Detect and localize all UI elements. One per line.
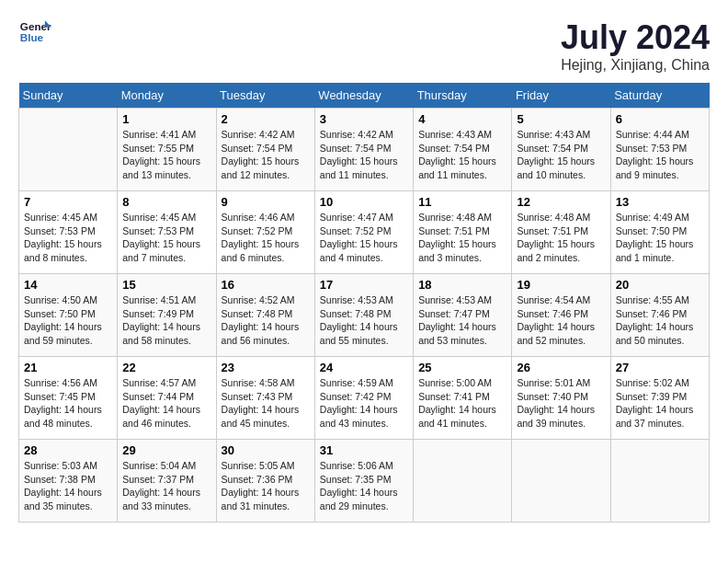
calendar-cell: 29Sunrise: 5:04 AMSunset: 7:37 PMDayligh… <box>118 440 216 523</box>
day-number: 28 <box>24 443 112 457</box>
day-info: Sunrise: 4:48 AMSunset: 7:51 PMDaylight:… <box>418 211 506 265</box>
calendar-cell: 19Sunrise: 4:54 AMSunset: 7:46 PMDayligh… <box>512 274 610 357</box>
day-number: 7 <box>24 195 112 209</box>
day-info: Sunrise: 5:01 AMSunset: 7:40 PMDaylight:… <box>517 376 605 431</box>
week-row-1: 1Sunrise: 4:41 AMSunset: 7:55 PMDaylight… <box>19 109 710 191</box>
day-info: Sunrise: 4:43 AMSunset: 7:54 PMDaylight:… <box>418 128 506 182</box>
calendar-cell: 11Sunrise: 4:48 AMSunset: 7:51 PMDayligh… <box>414 191 512 274</box>
day-info: Sunrise: 4:48 AMSunset: 7:51 PMDaylight:… <box>517 211 605 265</box>
calendar-cell: 8Sunrise: 4:45 AMSunset: 7:53 PMDaylight… <box>118 191 216 274</box>
calendar-cell <box>414 440 512 523</box>
day-info: Sunrise: 4:59 AMSunset: 7:42 PMDaylight:… <box>320 376 408 431</box>
day-number: 27 <box>616 361 704 374</box>
day-info: Sunrise: 4:42 AMSunset: 7:54 PMDaylight:… <box>320 128 408 182</box>
day-number: 9 <box>222 195 310 209</box>
day-number: 24 <box>320 361 408 374</box>
day-info: Sunrise: 5:00 AMSunset: 7:41 PMDaylight:… <box>418 376 506 431</box>
calendar-cell: 7Sunrise: 4:45 AMSunset: 7:53 PMDaylight… <box>19 191 118 274</box>
calendar-cell <box>19 109 118 191</box>
calendar-cell: 2Sunrise: 4:42 AMSunset: 7:54 PMDaylight… <box>216 109 314 191</box>
day-number: 17 <box>320 278 408 292</box>
location: Hejing, Xinjiang, China <box>561 57 710 74</box>
day-header-wednesday: Wednesday <box>314 83 413 109</box>
calendar-cell: 16Sunrise: 4:52 AMSunset: 7:48 PMDayligh… <box>216 274 314 357</box>
day-info: Sunrise: 5:05 AMSunset: 7:36 PMDaylight:… <box>222 459 310 513</box>
calendar-cell: 31Sunrise: 5:06 AMSunset: 7:35 PMDayligh… <box>314 440 413 523</box>
day-info: Sunrise: 4:53 AMSunset: 7:48 PMDaylight:… <box>320 293 408 348</box>
day-number: 13 <box>616 195 704 209</box>
day-info: Sunrise: 4:46 AMSunset: 7:52 PMDaylight:… <box>222 211 310 265</box>
day-number: 2 <box>222 112 310 126</box>
day-info: Sunrise: 4:49 AMSunset: 7:50 PMDaylight:… <box>616 211 704 265</box>
calendar-cell: 18Sunrise: 4:53 AMSunset: 7:47 PMDayligh… <box>414 274 512 357</box>
calendar-cell: 27Sunrise: 5:02 AMSunset: 7:39 PMDayligh… <box>610 357 709 440</box>
day-info: Sunrise: 4:41 AMSunset: 7:55 PMDaylight:… <box>122 128 210 182</box>
day-number: 14 <box>24 278 112 292</box>
day-number: 21 <box>24 361 112 374</box>
calendar-cell: 4Sunrise: 4:43 AMSunset: 7:54 PMDaylight… <box>414 109 512 191</box>
calendar-cell: 12Sunrise: 4:48 AMSunset: 7:51 PMDayligh… <box>512 191 610 274</box>
day-number: 8 <box>122 195 210 209</box>
month-year: July 2024 <box>561 18 710 57</box>
calendar-cell: 26Sunrise: 5:01 AMSunset: 7:40 PMDayligh… <box>512 357 610 440</box>
calendar-table: SundayMondayTuesdayWednesdayThursdayFrid… <box>18 83 710 523</box>
day-number: 30 <box>222 443 310 457</box>
day-number: 15 <box>122 278 210 292</box>
day-info: Sunrise: 4:42 AMSunset: 7:54 PMDaylight:… <box>222 128 310 182</box>
calendar-cell: 23Sunrise: 4:58 AMSunset: 7:43 PMDayligh… <box>216 357 314 440</box>
calendar-cell: 20Sunrise: 4:55 AMSunset: 7:46 PMDayligh… <box>610 274 709 357</box>
day-number: 26 <box>517 361 605 374</box>
day-header-monday: Monday <box>118 83 216 109</box>
week-row-3: 14Sunrise: 4:50 AMSunset: 7:50 PMDayligh… <box>19 274 710 357</box>
calendar-cell: 3Sunrise: 4:42 AMSunset: 7:54 PMDaylight… <box>314 109 413 191</box>
week-row-2: 7Sunrise: 4:45 AMSunset: 7:53 PMDaylight… <box>19 191 710 274</box>
day-header-saturday: Saturday <box>610 83 709 109</box>
day-info: Sunrise: 4:58 AMSunset: 7:43 PMDaylight:… <box>222 376 310 431</box>
day-info: Sunrise: 4:53 AMSunset: 7:47 PMDaylight:… <box>418 293 506 348</box>
calendar-cell: 17Sunrise: 4:53 AMSunset: 7:48 PMDayligh… <box>314 274 413 357</box>
day-number: 1 <box>122 112 210 126</box>
day-info: Sunrise: 4:57 AMSunset: 7:44 PMDaylight:… <box>122 376 210 431</box>
day-info: Sunrise: 4:47 AMSunset: 7:52 PMDaylight:… <box>320 211 408 265</box>
day-number: 6 <box>616 112 704 126</box>
calendar-cell: 30Sunrise: 5:05 AMSunset: 7:36 PMDayligh… <box>216 440 314 523</box>
calendar-cell: 15Sunrise: 4:51 AMSunset: 7:49 PMDayligh… <box>118 274 216 357</box>
day-header-tuesday: Tuesday <box>216 83 314 109</box>
calendar-cell: 5Sunrise: 4:43 AMSunset: 7:54 PMDaylight… <box>512 109 610 191</box>
day-number: 18 <box>418 278 506 292</box>
day-info: Sunrise: 5:04 AMSunset: 7:37 PMDaylight:… <box>122 459 210 513</box>
day-number: 5 <box>517 112 605 126</box>
day-number: 11 <box>418 195 506 209</box>
day-info: Sunrise: 4:51 AMSunset: 7:49 PMDaylight:… <box>122 293 210 348</box>
logo: General Blue <box>18 18 51 44</box>
calendar-cell: 10Sunrise: 4:47 AMSunset: 7:52 PMDayligh… <box>314 191 413 274</box>
week-row-5: 28Sunrise: 5:03 AMSunset: 7:38 PMDayligh… <box>19 440 710 523</box>
day-number: 20 <box>616 278 704 292</box>
day-number: 12 <box>517 195 605 209</box>
day-number: 23 <box>222 361 310 374</box>
day-info: Sunrise: 4:50 AMSunset: 7:50 PMDaylight:… <box>24 293 112 348</box>
calendar-body: 1Sunrise: 4:41 AMSunset: 7:55 PMDaylight… <box>19 109 710 523</box>
day-info: Sunrise: 4:54 AMSunset: 7:46 PMDaylight:… <box>517 293 605 348</box>
calendar-cell: 1Sunrise: 4:41 AMSunset: 7:55 PMDaylight… <box>118 109 216 191</box>
day-number: 29 <box>122 443 210 457</box>
day-number: 10 <box>320 195 408 209</box>
day-header-friday: Friday <box>512 83 610 109</box>
day-number: 25 <box>418 361 506 374</box>
calendar-cell: 28Sunrise: 5:03 AMSunset: 7:38 PMDayligh… <box>19 440 118 523</box>
day-info: Sunrise: 4:55 AMSunset: 7:46 PMDaylight:… <box>616 293 704 348</box>
day-info: Sunrise: 4:56 AMSunset: 7:45 PMDaylight:… <box>24 376 112 431</box>
day-header-thursday: Thursday <box>414 83 512 109</box>
day-info: Sunrise: 4:52 AMSunset: 7:48 PMDaylight:… <box>222 293 310 348</box>
day-info: Sunrise: 5:03 AMSunset: 7:38 PMDaylight:… <box>24 459 112 513</box>
day-header-sunday: Sunday <box>19 83 118 109</box>
day-info: Sunrise: 5:02 AMSunset: 7:39 PMDaylight:… <box>616 376 704 431</box>
day-info: Sunrise: 4:44 AMSunset: 7:53 PMDaylight:… <box>616 128 704 182</box>
calendar-cell: 14Sunrise: 4:50 AMSunset: 7:50 PMDayligh… <box>19 274 118 357</box>
day-number: 31 <box>320 443 408 457</box>
calendar-cell: 9Sunrise: 4:46 AMSunset: 7:52 PMDaylight… <box>216 191 314 274</box>
page-header: General Blue July 2024 Hejing, Xinjiang,… <box>18 18 710 74</box>
day-number: 3 <box>320 112 408 126</box>
calendar-cell: 6Sunrise: 4:44 AMSunset: 7:53 PMDaylight… <box>610 109 709 191</box>
days-header-row: SundayMondayTuesdayWednesdayThursdayFrid… <box>19 83 710 109</box>
